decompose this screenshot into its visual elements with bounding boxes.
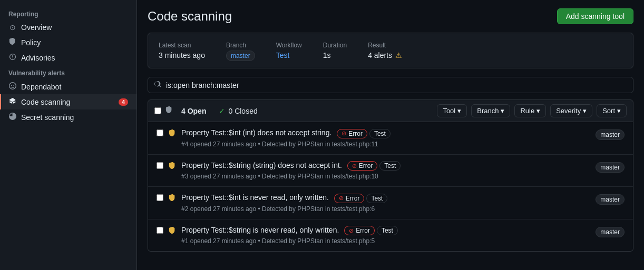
table-row[interactable]: Property Test::$string (string) does not… bbox=[148, 155, 633, 187]
sidebar-item-advisories[interactable]: Advisories bbox=[0, 50, 136, 65]
error-tag: ⊘Error bbox=[334, 194, 365, 203]
sidebar-item-secret-scanning[interactable]: Secret scanning bbox=[0, 109, 136, 125]
rule-filter-label: Rule bbox=[520, 107, 534, 115]
sidebar-item-label: Overview bbox=[21, 23, 128, 32]
latest-scan-value: 3 minutes ago bbox=[159, 51, 205, 59]
alert-checkbox-2[interactable] bbox=[157, 194, 163, 201]
severity-chevron-icon: ▾ bbox=[583, 107, 587, 115]
sort-button[interactable]: Sort ▾ bbox=[597, 104, 627, 117]
sidebar-item-label: Code scanning bbox=[21, 98, 114, 106]
closed-filter-tab[interactable]: ✓ 0 Closed bbox=[214, 105, 261, 117]
alert-tags: ⊘Error Test bbox=[337, 129, 391, 138]
alert-shield-icon bbox=[169, 129, 176, 138]
page-title: Code scanning bbox=[148, 9, 232, 24]
workflow-field: Workflow Test bbox=[276, 42, 302, 59]
tool-filter-button[interactable]: Tool ▾ bbox=[437, 104, 467, 117]
result-field: Result 4 alerts ⚠ bbox=[368, 42, 402, 59]
latest-scan-field: Latest scan 3 minutes ago bbox=[159, 42, 205, 59]
reporting-section-label: Reporting bbox=[0, 6, 136, 20]
error-tag: ⊘Error bbox=[347, 161, 378, 171]
alert-shield-icon bbox=[169, 194, 176, 203]
sort-label: Sort bbox=[602, 107, 615, 115]
error-tag: ⊘Error bbox=[337, 129, 367, 138]
alert-meta: #1 opened 27 minutes ago • Detected by P… bbox=[181, 237, 590, 245]
duration-label: Duration bbox=[323, 42, 347, 49]
check-icon: ✓ bbox=[219, 107, 225, 115]
alerts-section: 4 Open ✓ 0 Closed Tool ▾ Branch ▾ Rule ▾… bbox=[148, 99, 633, 252]
workflow-label: Workflow bbox=[276, 42, 302, 49]
workflow-link[interactable]: Test bbox=[276, 51, 290, 59]
search-bar bbox=[148, 77, 633, 93]
secret-scanning-icon bbox=[8, 113, 17, 122]
sidebar-item-label: Secret scanning bbox=[21, 113, 128, 122]
alert-meta: #3 opened 27 minutes ago • Detected by P… bbox=[181, 173, 590, 180]
table-row[interactable]: Property Test::$string is never read, on… bbox=[148, 219, 633, 252]
sidebar-item-dependabot[interactable]: Dependabot bbox=[0, 79, 136, 94]
alert-shield-icon bbox=[169, 162, 176, 171]
alert-title: Property Test::$string is never read, on… bbox=[181, 226, 590, 236]
sort-chevron-icon: ▾ bbox=[617, 107, 621, 115]
branch-badge: master bbox=[596, 162, 625, 173]
duration-value: 1s bbox=[323, 51, 331, 59]
tool-filter-label: Tool bbox=[443, 107, 455, 115]
alert-content: Property Test::$int is never read, only … bbox=[181, 193, 590, 213]
result-label: Result bbox=[368, 42, 402, 49]
rule-filter-button[interactable]: Rule ▾ bbox=[514, 104, 546, 117]
sidebar: Reporting ⊙ Overview Policy Advisories V… bbox=[0, 0, 137, 270]
branch-badge: master bbox=[596, 194, 625, 205]
policy-icon bbox=[8, 38, 17, 47]
alert-title: Property Test::$int (int) does not accep… bbox=[181, 128, 590, 138]
branch-label: Branch bbox=[226, 42, 255, 49]
sidebar-item-label: Policy bbox=[21, 38, 128, 47]
branch-filter-label: Branch bbox=[477, 107, 499, 115]
error-tag: ⊘Error bbox=[344, 226, 375, 235]
page-header: Code scanning Add scanning tool bbox=[148, 8, 633, 24]
alerts-list: Property Test::$int (int) does not accep… bbox=[148, 122, 633, 252]
open-count: 4 Open bbox=[181, 107, 206, 115]
rule-chevron-icon: ▾ bbox=[536, 107, 540, 115]
open-filter-tab[interactable]: 4 Open bbox=[177, 105, 210, 117]
branch-value: master bbox=[226, 51, 255, 61]
vulnerability-section-label: Vulnerability alerts bbox=[0, 65, 136, 79]
add-scanning-tool-button[interactable]: Add scanning tool bbox=[557, 8, 633, 24]
test-tag: Test bbox=[366, 194, 387, 203]
search-input[interactable] bbox=[166, 81, 627, 89]
alert-shield-icon bbox=[169, 227, 176, 236]
alert-checkbox-4[interactable] bbox=[157, 129, 163, 136]
latest-scan-label: Latest scan bbox=[159, 42, 205, 49]
alert-tags: ⊘Error Test bbox=[334, 194, 388, 203]
dependabot-icon bbox=[8, 82, 17, 91]
alert-checkbox-3[interactable] bbox=[157, 162, 163, 169]
table-row[interactable]: Property Test::$int (int) does not accep… bbox=[148, 122, 633, 155]
alert-meta: #4 opened 27 minutes ago • Detected by P… bbox=[181, 141, 590, 148]
sidebar-item-overview[interactable]: ⊙ Overview bbox=[0, 20, 136, 35]
alert-title: Property Test::$string (string) does not… bbox=[181, 161, 590, 171]
tool-chevron-icon: ▾ bbox=[457, 107, 461, 115]
code-scanning-icon bbox=[8, 97, 17, 106]
branch-badge: master bbox=[596, 129, 625, 140]
advisories-icon bbox=[8, 53, 17, 62]
shield-filter-icon bbox=[165, 106, 173, 115]
duration-field: Duration 1s bbox=[323, 42, 347, 59]
overview-icon: ⊙ bbox=[8, 23, 17, 32]
severity-filter-label: Severity bbox=[556, 107, 581, 115]
test-tag: Test bbox=[379, 161, 401, 171]
test-tag: Test bbox=[369, 129, 391, 138]
alert-tags: ⊘Error Test bbox=[347, 161, 401, 171]
select-all-checkbox[interactable] bbox=[154, 107, 161, 114]
code-scanning-badge: 4 bbox=[119, 98, 128, 106]
warning-icon: ⚠ bbox=[395, 51, 402, 59]
result-value-text: 4 alerts bbox=[368, 51, 392, 59]
table-row[interactable]: Property Test::$int is never read, only … bbox=[148, 187, 633, 219]
alert-content: Property Test::$string (string) does not… bbox=[181, 161, 590, 181]
main-content: Code scanning Add scanning tool Latest s… bbox=[137, 0, 644, 270]
sidebar-item-policy[interactable]: Policy bbox=[0, 35, 136, 50]
severity-filter-button[interactable]: Severity ▾ bbox=[550, 104, 592, 117]
branch-field: Branch master bbox=[226, 42, 255, 59]
alert-content: Property Test::$int (int) does not accep… bbox=[181, 128, 590, 148]
branch-filter-button[interactable]: Branch ▾ bbox=[471, 104, 510, 117]
alert-content: Property Test::$string is never read, on… bbox=[181, 226, 590, 245]
alert-checkbox-1[interactable] bbox=[157, 227, 163, 234]
sidebar-item-code-scanning[interactable]: Code scanning 4 bbox=[0, 94, 136, 109]
closed-count: 0 Closed bbox=[228, 107, 257, 115]
